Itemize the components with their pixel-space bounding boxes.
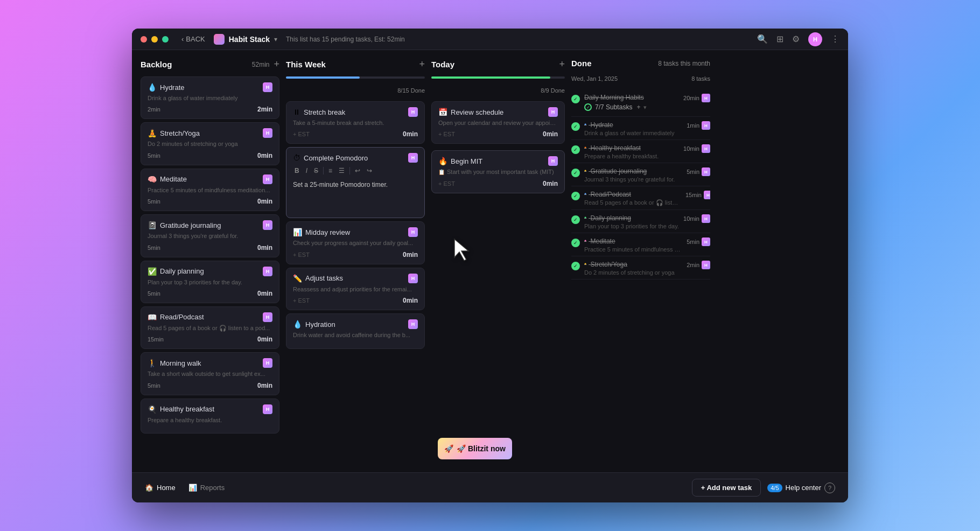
done-item-planning[interactable]: ✓ • Daily planning Plan your top 3 prior… [571, 211, 710, 233]
backlog-task-breakfast[interactable]: 🍳 Healthy breakfast H Prepare a healthy … [141, 399, 279, 434]
more-icon[interactable]: ⋮ [831, 34, 839, 44]
done-hydrate-time: 1min [687, 122, 699, 129]
backlog-add-button[interactable]: + [274, 59, 279, 70]
review-icon: 📅 [438, 108, 447, 116]
subtask-circle: ✓ [584, 103, 592, 111]
done-check-stretch: ✓ [571, 262, 580, 270]
stretch-badge: H [263, 128, 272, 138]
thisweek-add-button[interactable]: + [419, 59, 425, 70]
back-chevron-icon: ‹ [181, 35, 184, 43]
done-items-list: ✓ Daily Morning Habits ✓ 7/7 Subtasks + … [571, 90, 710, 280]
done-item-read[interactable]: ✓ • Read/Podcast Read 5 pages of a book … [571, 187, 710, 210]
done-item-stretch[interactable]: ✓ • Stretch/Yoga Do 2 minutes of stretch… [571, 257, 710, 280]
done-breakfast-name: • Healthy breakfast [584, 144, 679, 152]
app-title: Habit Stack [229, 35, 270, 44]
strikethrough-tool[interactable]: S [312, 166, 320, 176]
search-icon[interactable]: 🔍 [757, 34, 768, 44]
stretch-break-time: 0min [403, 130, 418, 138]
thisweek-task-hydration[interactable]: 💧 Hydration H Drink water and avoid caff… [286, 313, 425, 348]
redo-tool[interactable]: ↪ [365, 166, 374, 176]
align-left-tool[interactable]: ≡ [327, 166, 334, 176]
meditate-badge: H [263, 174, 272, 184]
breakfast-desc: Prepare a healthy breakfast. [148, 416, 272, 424]
backlog-header: Backlog 52min + [141, 59, 279, 70]
list-tool[interactable]: ☰ [337, 166, 346, 176]
pomodoro-icon: ⏱ [293, 153, 300, 162]
backlog-task-read[interactable]: 📖 Read/Podcast H Read 5 pages of a book … [141, 306, 279, 349]
thisweek-task-stretch-break[interactable]: ⏸ Stretch break H Take a 5-minute break … [286, 101, 425, 144]
avatar-button[interactable]: H [808, 32, 822, 46]
done-check-read: ✓ [571, 192, 580, 200]
done-read-badge: H [704, 191, 710, 199]
minimize-button[interactable] [151, 36, 158, 43]
done-check-daily: ✓ [571, 95, 580, 103]
pomodoro-content[interactable]: Set a 25-minute Pomodoro timer. [293, 180, 418, 212]
done-breakfast-badge: H [702, 144, 710, 153]
subtask-expand-button[interactable]: ▾ [643, 104, 647, 111]
thisweek-task-pomodoro[interactable]: ⏱ Complete Pomodoro H B I S ≡ ☰ [286, 147, 425, 218]
planning-name: Daily planning [160, 267, 204, 275]
done-read-desc: Read 5 pages of a book or 🎧 listen to a … [584, 199, 681, 206]
add-task-label: + Add new task [701, 484, 752, 492]
back-button[interactable]: ‹ BACK [181, 35, 205, 43]
backlog-task-stretch[interactable]: 🧘 Stretch/Yoga H Do 2 minutes of stretch… [141, 122, 279, 165]
italic-tool[interactable]: I [304, 166, 309, 176]
gratitude-badge: H [263, 220, 272, 230]
done-gratitude-right: 5min H [687, 167, 710, 176]
read-icon: 📖 [148, 313, 157, 322]
done-meditate-badge: H [702, 237, 710, 246]
backlog-task-planning[interactable]: ✅ Daily planning H Plan your top 3 prior… [141, 261, 279, 303]
done-read-name: • Read/Podcast [584, 191, 681, 198]
backlog-task-hydrate[interactable]: 💧 Hydrate H Drink a glass of water immed… [141, 76, 279, 119]
blitzit-button[interactable]: 🚀 🚀 Blitzit now [438, 438, 512, 459]
done-item-gratitude[interactable]: ✓ • Gratitude journaling Journal 3 thing… [571, 164, 710, 186]
meditate-time-left: 5min [148, 198, 160, 205]
settings-icon[interactable]: ⚙ [792, 34, 800, 44]
review-desc: Open your calendar and review your appoi… [438, 119, 558, 127]
walk-time: 0min [257, 382, 272, 389]
begin-mit-popup[interactable]: 🔥 Begin MIT H 📋 Start with your most imp… [431, 150, 565, 193]
done-stretch-badge: H [702, 261, 710, 269]
done-check-hydrate: ✓ [571, 122, 580, 131]
gratitude-icon: 📓 [148, 221, 157, 229]
done-meditate-dot: • [584, 237, 586, 245]
done-read-time: 15min [685, 192, 702, 198]
help-center-button[interactable]: 4/5 Help center ? [767, 483, 835, 493]
midday-desc: Check your progress against your daily g… [293, 239, 418, 247]
backlog-task-walk[interactable]: 🚶 Morning walk H Take a short walk outsi… [141, 352, 279, 395]
subtask-check-icon: ✓ [586, 105, 590, 110]
done-daily-name: Daily Morning Habits [584, 94, 679, 101]
backlog-task-meditate[interactable]: 🧠 Meditate H Practice 5 minutes of mindf… [141, 169, 279, 211]
subtask-add-button[interactable]: + [636, 103, 640, 111]
today-header: Today + [431, 59, 565, 70]
review-name: Review schedule [451, 108, 503, 116]
add-task-button[interactable]: + Add new task [692, 479, 761, 497]
thisweek-task-midday[interactable]: 📊 Midday review H Check your progress ag… [286, 221, 425, 264]
nav-home[interactable]: 🏠 Home [145, 484, 176, 492]
backlog-task-gratitude[interactable]: 📓 Gratitude journaling H Journal 3 thing… [141, 214, 279, 257]
undo-tool[interactable]: ↩ [353, 166, 362, 176]
done-item-daily[interactable]: ✓ Daily Morning Habits ✓ 7/7 Subtasks + … [571, 90, 710, 117]
close-button[interactable] [141, 36, 147, 43]
done-gratitude-dot: • [584, 167, 586, 175]
read-desc: Read 5 pages of a book or 🎧 listen to a … [148, 324, 272, 332]
done-daily-time: 20min [683, 95, 699, 101]
thisweek-progress-fill [286, 76, 360, 79]
thisweek-task-adjust[interactable]: ✏️ Adjust tasks H Reassess and adjust pr… [286, 268, 425, 310]
maximize-button[interactable] [162, 36, 169, 43]
today-add-button[interactable]: + [559, 59, 565, 70]
walk-icon: 🚶 [148, 359, 157, 367]
today-task-review[interactable]: 📅 Review schedule H Open your calendar a… [431, 101, 565, 144]
done-check-gratitude: ✓ [571, 169, 580, 177]
done-item-meditate[interactable]: ✓ • Meditate Practice 5 minutes of mindf… [571, 234, 710, 256]
done-item-hydrate[interactable]: ✓ • Hydrate Drink a glass of water immed… [571, 118, 710, 140]
nav-reports[interactable]: 📊 Reports [188, 484, 225, 492]
gratitude-name: Gratitude journaling [160, 221, 221, 229]
grid-icon[interactable]: ⊞ [776, 34, 783, 44]
done-item-breakfast[interactable]: ✓ • Healthy breakfast Prepare a healthy … [571, 141, 710, 163]
bold-tool[interactable]: B [293, 166, 301, 176]
hydration-name: Hydration [305, 320, 335, 329]
breakfast-icon: 🍳 [148, 405, 157, 414]
done-planning-time: 10min [683, 215, 699, 222]
thisweek-header: This Week + [286, 59, 425, 70]
